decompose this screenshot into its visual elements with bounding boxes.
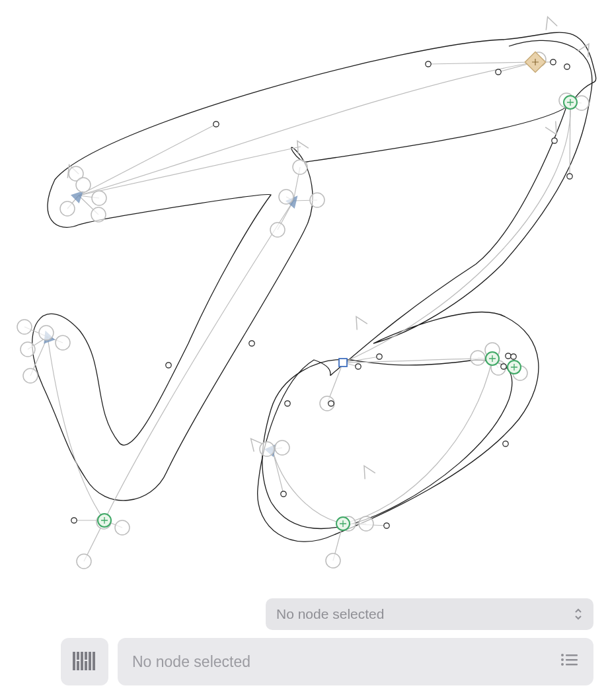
svg-point-40 (17, 320, 32, 334)
svg-point-78 (384, 523, 389, 528)
node-dropdown-label: No node selected (276, 606, 384, 622)
svg-rect-94 (77, 661, 79, 670)
svg-point-66 (426, 61, 431, 67)
svg-rect-93 (77, 652, 79, 660)
svg-point-51 (293, 160, 307, 174)
svg-point-56 (471, 351, 485, 365)
svg-line-20 (272, 449, 284, 494)
svg-rect-91 (339, 359, 347, 367)
svg-point-72 (377, 354, 382, 359)
svg-point-65 (213, 122, 219, 127)
svg-point-104 (561, 663, 564, 666)
svg-point-100 (561, 654, 564, 656)
svg-point-79 (328, 401, 334, 406)
svg-point-83 (552, 138, 557, 143)
bottom-panel: No node selected (0, 590, 608, 700)
svg-line-34 (428, 62, 535, 64)
svg-point-80 (285, 401, 290, 406)
svg-point-77 (281, 491, 286, 497)
svg-point-43 (56, 335, 70, 350)
svg-point-70 (166, 363, 171, 368)
svg-point-35 (60, 201, 75, 216)
svg-point-81 (356, 364, 361, 369)
svg-rect-96 (85, 652, 87, 660)
svg-point-54 (359, 516, 373, 531)
svg-point-102 (561, 658, 564, 661)
svg-point-46 (115, 520, 130, 535)
svg-point-74 (511, 354, 516, 359)
svg-rect-101 (566, 654, 578, 656)
svg-line-25 (79, 147, 301, 195)
node-dropdown[interactable]: No node selected (266, 598, 593, 630)
svg-rect-99 (93, 652, 95, 670)
svg-rect-92 (73, 652, 75, 670)
svg-rect-97 (89, 652, 91, 670)
svg-rect-105 (566, 664, 578, 666)
svg-point-67 (551, 59, 556, 65)
svg-point-76 (71, 518, 77, 523)
svg-point-82 (496, 69, 501, 75)
svg-point-75 (503, 441, 508, 446)
svg-line-24 (79, 124, 216, 195)
list-icon (560, 652, 579, 671)
svg-point-36 (92, 191, 106, 205)
svg-point-44 (23, 368, 38, 383)
svg-point-37 (91, 207, 106, 222)
svg-point-69 (567, 174, 572, 179)
svg-point-68 (564, 64, 570, 69)
svg-rect-95 (81, 652, 83, 670)
svg-rect-98 (85, 661, 87, 670)
svg-point-41 (20, 342, 35, 357)
lttr-ink-button[interactable] (61, 638, 108, 685)
status-label: No node selected (132, 653, 250, 671)
svg-rect-103 (566, 659, 578, 661)
svg-point-52 (326, 553, 340, 568)
svg-point-42 (39, 326, 54, 340)
status-bar[interactable]: No node selected (118, 638, 593, 685)
svg-point-64 (275, 440, 289, 455)
svg-point-71 (249, 341, 254, 346)
svg-point-50 (270, 223, 285, 237)
svg-point-73 (506, 353, 511, 359)
svg-point-45 (77, 554, 91, 569)
svg-point-48 (279, 190, 293, 204)
svg-point-49 (310, 193, 324, 207)
svg-point-63 (260, 442, 274, 456)
chevron-updown-icon (574, 608, 583, 621)
svg-point-84 (501, 364, 506, 369)
lttr-ink-icon (71, 648, 98, 676)
svg-point-39 (76, 178, 91, 192)
